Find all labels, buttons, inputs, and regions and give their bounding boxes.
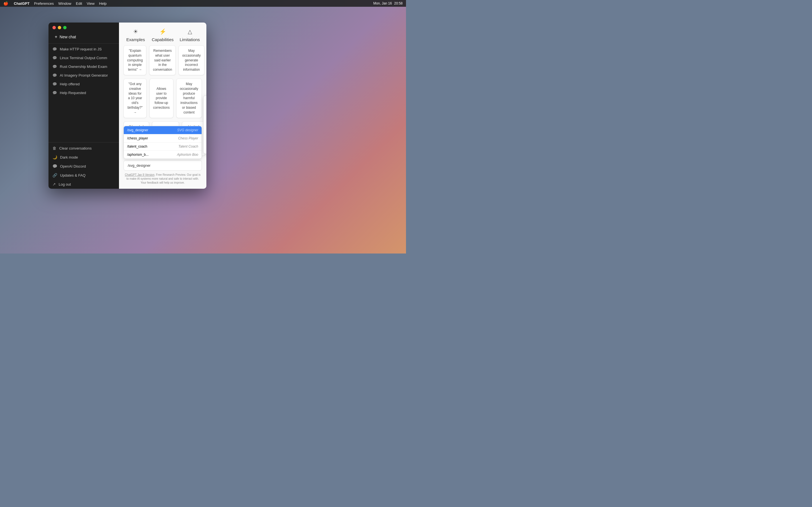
sidebar-item-text-2: Rust Ownership Model Exam xyxy=(60,64,107,69)
autocomplete-item-1[interactable]: /chess_player Chess Player xyxy=(124,134,202,143)
new-chat-label: New chat xyxy=(59,35,76,39)
example-card-0[interactable]: "Explain quantum computing in simple ter… xyxy=(123,45,146,75)
menubar-date: Mon, Jan 16 xyxy=(373,1,392,5)
discord-icon: 💬 xyxy=(52,164,57,168)
autocomplete-item-3[interactable]: /aphorism_b... Aphorism Boo xyxy=(124,151,202,159)
sidebar-item-rust[interactable]: 💬 Rust Ownership Model Exam xyxy=(49,62,119,71)
menubar-preferences[interactable]: Preferences xyxy=(34,1,54,6)
trash-icon: 🗑 xyxy=(52,146,56,151)
main-window: + New chat 💬 Make HTTP request in JS 💬 L… xyxy=(49,22,206,189)
autocomplete-hint-0: SVG designer xyxy=(177,128,198,132)
lightning-icon: ⚡ xyxy=(159,28,166,35)
sun-icon: ☀ xyxy=(133,28,138,35)
examples-title: Examples xyxy=(126,37,145,42)
updates-faq-label: Updates & FAQ xyxy=(60,173,86,177)
logout-label: Log out xyxy=(59,182,71,186)
window-controls xyxy=(49,22,119,32)
limitation-card-0: May occasionally generate incorrect info… xyxy=(179,45,204,75)
limitations-title: Limitations xyxy=(180,37,200,42)
tooltip-popup: I would like you to act as an SVG design… xyxy=(203,96,206,154)
menubar-help[interactable]: Help xyxy=(99,1,107,6)
new-chat-button[interactable]: + New chat xyxy=(51,32,117,42)
apple-icon: 🍎 xyxy=(3,1,8,6)
autocomplete-item-0[interactable]: /svg_designer SVG designer xyxy=(124,126,202,134)
menubar-edit[interactable]: Edit xyxy=(76,1,82,6)
logout-button[interactable]: ↗ Log out xyxy=(49,180,119,189)
sidebar-item-help-requested[interactable]: 💬 Help Requested xyxy=(49,89,119,97)
discord-button[interactable]: 💬 OpenAI Discord xyxy=(49,162,119,171)
menubar-left: 🍎 ChatGPT Preferences Window Edit View H… xyxy=(3,1,107,6)
menubar-right: Mon, Jan 16 20:58 xyxy=(373,1,403,5)
autocomplete-command-3: /aphorism_b... xyxy=(127,153,149,157)
sidebar-item-http[interactable]: 💬 Make HTTP request in JS xyxy=(49,45,119,54)
chat-icon-4: 💬 xyxy=(52,82,57,86)
panels-row-1: "Explain quantum computing in simple ter… xyxy=(123,45,202,75)
chat-icon-1: 💬 xyxy=(52,56,57,60)
panels-headers-row: ☀ Examples ⚡ Capabilities △ Limitations xyxy=(123,28,202,42)
sidebar-item-text-3: AI Imagery Prompt Generator xyxy=(60,73,108,77)
autocomplete-command-0: /svg_designer xyxy=(127,128,148,132)
updates-faq-button[interactable]: 🔗 Updates & FAQ xyxy=(49,171,119,180)
limitations-header: △ Limitations xyxy=(177,28,202,42)
autocomplete-dropdown: /svg_designer SVG designer /chess_player… xyxy=(123,126,202,159)
capabilities-header: ⚡ Capabilities xyxy=(151,28,175,42)
capability-card-1: Allows user to provide follow-up correct… xyxy=(149,78,173,118)
input-area: /svg_designer SVG designer /chess_player… xyxy=(119,158,206,189)
minimize-button[interactable] xyxy=(58,26,61,29)
sidebar-item-text-4: Help offered xyxy=(60,82,80,86)
logout-icon: ↗ xyxy=(52,182,56,186)
close-button[interactable] xyxy=(52,26,56,29)
sidebar: + New chat 💬 Make HTTP request in JS 💬 L… xyxy=(49,22,119,189)
sidebar-item-linux[interactable]: 💬 Linux Terminal Output Comm xyxy=(49,54,119,62)
clear-conversations-label: Clear conversations xyxy=(59,146,92,151)
examples-header: ☀ Examples xyxy=(123,28,148,42)
menubar: 🍎 ChatGPT Preferences Window Edit View H… xyxy=(0,0,406,7)
footer-link[interactable]: ChatGPT Jan 9 Version xyxy=(125,173,154,176)
chat-icon-2: 💬 xyxy=(52,64,57,69)
maximize-button[interactable] xyxy=(63,26,66,29)
autocomplete-command-2: /talent_coach xyxy=(127,145,147,149)
link-icon: 🔗 xyxy=(52,173,57,177)
sidebar-item-text-1: Linux Terminal Output Comm xyxy=(60,56,107,60)
sidebar-divider xyxy=(49,43,119,44)
limitation-card-1: May occasionally produce harmful instruc… xyxy=(176,78,202,118)
autocomplete-command-1: /chess_player xyxy=(127,136,148,140)
panels-row-2: "Got any creative ideas for a 10 year ol… xyxy=(123,78,202,118)
footer-text: ChatGPT Jan 9 Version. Free Research Pre… xyxy=(123,173,202,185)
dark-mode-label: Dark mode xyxy=(60,155,78,159)
autocomplete-item-2[interactable]: /talent_coach Talent Coach xyxy=(124,143,202,151)
autocomplete-hint-3: Aphorism Boo xyxy=(177,153,198,157)
sidebar-item-help-offered[interactable]: 💬 Help offered xyxy=(49,80,119,89)
chat-icon-3: 💬 xyxy=(52,73,57,77)
menubar-view[interactable]: View xyxy=(87,1,94,6)
capabilities-title: Capabilities xyxy=(152,37,174,42)
sidebar-item-ai-imagery[interactable]: 💬 AI Imagery Prompt Generator xyxy=(49,71,119,80)
dark-mode-button[interactable]: 🌙 Dark mode xyxy=(49,153,119,162)
sidebar-bottom: 🗑 Clear conversations 🌙 Dark mode 💬 Open… xyxy=(49,142,119,189)
sidebar-item-text-5: Help Requested xyxy=(60,91,86,95)
example-card-1[interactable]: "Got any creative ideas for a 10 year ol… xyxy=(123,78,147,118)
sidebar-item-text-0: Make HTTP request in JS xyxy=(60,47,102,51)
discord-label: OpenAI Discord xyxy=(60,164,86,168)
clear-conversations-button[interactable]: 🗑 Clear conversations xyxy=(49,144,119,153)
capability-card-0: Remembers what user said earlier in the … xyxy=(149,45,175,75)
warning-icon: △ xyxy=(188,28,192,35)
chat-icon-0: 💬 xyxy=(52,47,57,51)
menubar-time: 20:58 xyxy=(394,1,403,5)
input-wrapper: /svg_designer SVG designer /chess_player… xyxy=(123,160,202,171)
plus-icon: + xyxy=(55,34,57,40)
moon-icon: 🌙 xyxy=(52,155,57,159)
menubar-app[interactable]: ChatGPT xyxy=(14,1,30,6)
autocomplete-hint-1: Chess Player xyxy=(178,136,198,140)
menubar-window[interactable]: Window xyxy=(58,1,71,6)
main-content: ☀ Examples ⚡ Capabilities △ Limitations … xyxy=(119,22,206,189)
chat-icon-5: 💬 xyxy=(52,91,57,95)
chat-input[interactable] xyxy=(123,160,202,171)
autocomplete-hint-2: Talent Coach xyxy=(179,145,198,149)
